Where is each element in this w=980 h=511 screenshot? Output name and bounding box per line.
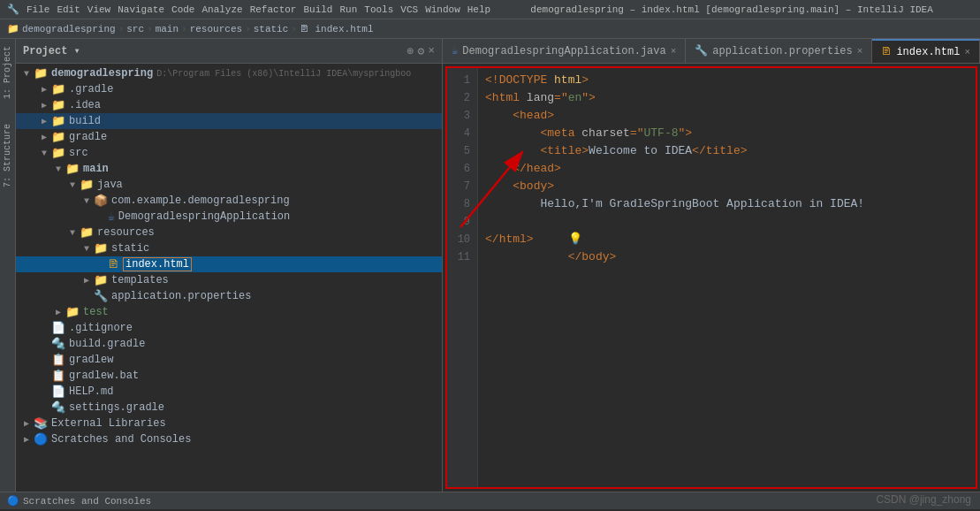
extlib-icon: 📚 [34,416,48,431]
editor-container: 1 2 3 4 5 6 7 8 9 10 11 <!DOCTYPE html> … [443,64,980,492]
tree-item-build[interactable]: ▶ 📁 build [16,113,442,129]
panel-actions: ⊕ ⚙ × [407,44,435,58]
code-line-2: <html lang="en"> [485,89,969,107]
folder-icon: 📁 [94,241,108,256]
locate-btn[interactable]: ⊕ [407,44,414,58]
tree-item-com[interactable]: ▼ 📦 com.example.demogradlespring [16,193,442,209]
line-numbers: 1 2 3 4 5 6 7 8 9 10 11 [447,68,478,487]
project-tab[interactable]: 1: Project [1,42,14,103]
main-layout: 1: Project 7: Structure Project ▾ ⊕ ⚙ × … [0,39,980,492]
tree-item-main[interactable]: ▼ 📁 main [16,161,442,177]
menu-view[interactable]: View [87,4,110,15]
tab-label-indexhtml: index.html [896,46,960,58]
tree-label: DemogradlespringApplication [118,210,290,223]
code-line-3: <head> [485,107,969,125]
code-content[interactable]: <!DOCTYPE html> <html lang="en"> <head> … [478,68,976,487]
tree-item-buildgradle[interactable]: ▶ 🔩 build.gradle [16,336,442,352]
breadcrumb-resources[interactable]: resources [190,24,242,34]
menu-window[interactable]: Window [425,4,460,15]
breadcrumb-static[interactable]: static [254,24,289,34]
gradle-icon: 🔩 [51,337,65,351]
tab-close-demoapp[interactable]: × [671,46,677,57]
menu-refactor[interactable]: Refactor [250,4,297,15]
arrow-icon: ▶ [37,132,51,142]
tree-item-demoapp[interactable]: ▶ ☕ DemogradlespringApplication [16,209,442,225]
tab-indexhtml[interactable]: 🖹 index.html × [872,39,980,63]
tab-appprops[interactable]: 🔧 application.properties × [686,39,872,63]
tree-item-src[interactable]: ▼ 📁 src [16,145,442,161]
code-line-4: <meta charset="UTF-8"> [485,125,969,142]
tree-label: HELP.md [69,385,113,398]
panel-header: Project ▾ ⊕ ⚙ × [16,39,442,64]
menu-run[interactable]: Run [339,4,357,15]
tree-label: build [69,115,101,127]
tab-close-appprops[interactable]: × [857,46,863,57]
tree-item-indexhtml[interactable]: ▶ 🖹 index.html [16,256,442,272]
menu-vcs[interactable]: VCS [400,4,418,15]
tree-item-static[interactable]: ▼ 📁 static [16,240,442,256]
folder-icon: 📁 [51,98,65,112]
tree-item-resources[interactable]: ▼ 📁 resources [16,225,442,240]
menu-file[interactable]: File [27,4,49,15]
tab-demoapp[interactable]: ☕ DemogradlespringApplication.java × [443,39,686,63]
menu-navigate[interactable]: Navigate [118,4,164,15]
tree-item-gradle[interactable]: ▶ 📁 gradle [16,129,442,145]
arrow-icon: ▼ [65,180,80,190]
scratch-icon: 🔵 [34,432,48,446]
tree-item-gitignore[interactable]: ▶ 📄 .gitignore [16,320,442,336]
scratches-label[interactable]: Scratches and Consoles [23,496,151,507]
tab-bar: ☕ DemogradlespringApplication.java × 🔧 a… [443,39,980,64]
folder-icon: 📁 [65,305,80,319]
tree-label-scratches: Scratches and Consoles [51,433,191,446]
tree-label: templates [111,274,169,286]
tree-item-helpmd[interactable]: ▶ 📄 HELP.md [16,384,442,400]
java-icon: ☕ [108,210,115,224]
tree-item-extlibs[interactable]: ▶ 📚 External Libraries [16,416,442,431]
tree-label: settings.gradle [69,401,164,414]
tree-item-gradlewbat[interactable]: ▶ 📋 gradlew.bat [16,368,442,384]
breadcrumb-src[interactable]: src [126,24,144,34]
breadcrumb-file[interactable]: 🖹 index.html [300,23,374,34]
bat-icon: 📋 [51,369,65,383]
tree-label: java [97,179,123,191]
close-panel-btn[interactable]: × [428,44,435,58]
tab-label-appprops: application.properties [712,45,852,57]
folder-icon: 📁 [51,146,65,160]
arrow-icon: ▶ [37,84,51,95]
menu-build[interactable]: Build [303,4,332,15]
tree-item-test[interactable]: ▶ 📁 test [16,304,442,320]
folder-icon: 📁 [80,225,94,240]
menu-edit[interactable]: Edit [57,4,80,15]
tree-item-idea[interactable]: ▶ 📁 .idea [16,97,442,113]
tree-label: src [69,147,88,159]
tab-close-indexhtml[interactable]: × [964,47,970,57]
arrow-icon: ▼ [51,164,65,174]
tree-item-templates[interactable]: ▶ 📁 templates [16,272,442,288]
arrow-icon: ▼ [80,196,94,206]
menu-tools[interactable]: Tools [364,4,393,15]
tree-item-scratches[interactable]: ▶ 🔵 Scratches and Consoles [16,431,442,447]
scratch-bottom-icon: 🔵 [7,495,19,507]
breadcrumb: 📁 demogradlespring › src › main › resour… [0,19,980,39]
settings-btn[interactable]: ⚙ [417,44,424,58]
code-line-7: <body> [485,178,969,195]
folder-icon: 📁 [65,162,80,176]
tree-item-settingsgradle[interactable]: ▶ 🔩 settings.gradle [16,400,442,416]
structure-tab[interactable]: 7: Structure [1,120,14,191]
html-tab-icon: 🖹 [881,45,892,58]
tree-item-root[interactable]: ▼ 📁 demogradlespring D:\Program Files (x… [16,65,442,81]
breadcrumb-main[interactable]: main [156,24,179,34]
tree-item-gradlew[interactable]: ▶ 📋 gradlew [16,352,442,368]
tree-label: gradlew.bat [69,370,139,382]
menu-help[interactable]: Help [467,4,490,15]
menu-analyze[interactable]: Analyze [201,4,242,15]
menu-code[interactable]: Code [171,4,194,15]
tree-item-gradle-hidden[interactable]: ▶ 📁 .gradle [16,81,442,97]
tree-item-java[interactable]: ▼ 📁 java [16,177,442,193]
tree-item-appprops[interactable]: ▶ 🔧 application.properties [16,288,442,304]
breadcrumb-root[interactable]: demogradlespring [22,24,116,34]
tree-label: gradlew [69,354,113,366]
arrow-icon: ▶ [80,275,94,286]
tab-label-demoapp: DemogradlespringApplication.java [462,45,665,57]
bottom-bar: 🔵 Scratches and Consoles CSDN @jing_zhon… [0,492,980,509]
